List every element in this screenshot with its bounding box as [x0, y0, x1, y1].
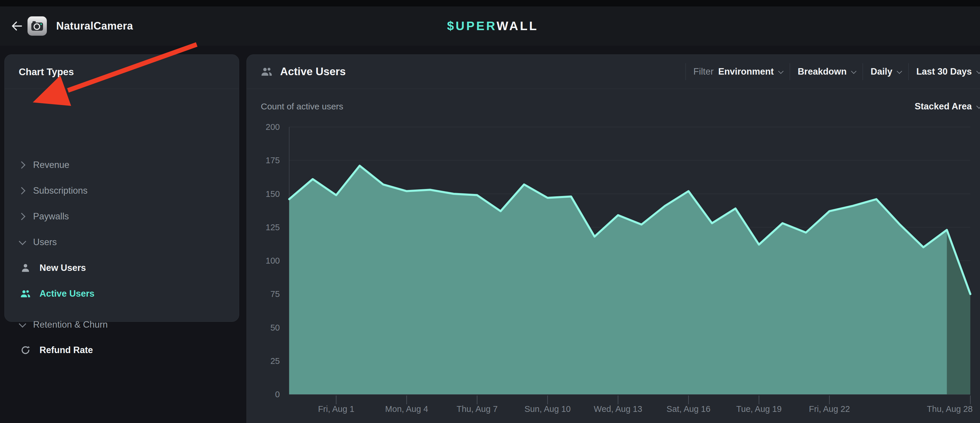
- chevron-down-icon: [19, 320, 26, 327]
- chevron-right-icon: [18, 213, 25, 220]
- chart-type-dropdown[interactable]: Stacked Area: [915, 89, 980, 124]
- filter-label: Filter: [694, 67, 714, 77]
- person-icon: [20, 263, 31, 273]
- active-users-panel: Active Users Filter Environment Breakdow…: [247, 54, 980, 423]
- filter-toolbar: Filter Environment Breakdown Daily La: [678, 55, 980, 89]
- sidebar-group-subscriptions[interactable]: Subscriptions: [5, 178, 239, 204]
- people-icon: [20, 288, 31, 299]
- chevron-right-icon: [18, 187, 25, 194]
- sidebar-group-revenue[interactable]: Revenue: [5, 152, 239, 178]
- chevron-down-icon: [976, 103, 980, 109]
- chart-types-sidebar: Chart Types Revenue Subscriptions Paywal…: [5, 54, 239, 322]
- logo-accent: $UPER: [447, 19, 496, 33]
- group-label: Subscriptions: [33, 185, 88, 196]
- item-label: Refund Rate: [40, 345, 93, 355]
- app-icon-camera: [27, 16, 47, 36]
- chevron-down-icon: [976, 68, 980, 74]
- chevron-down-icon: [897, 68, 902, 74]
- group-label: Users: [33, 237, 57, 247]
- breakdown-value: Breakdown: [798, 67, 846, 77]
- chevron-down-icon: [778, 68, 784, 74]
- toolbar-divider: [686, 63, 686, 80]
- app-root: NaturalCamera $UPERWALL Chart Types Reve…: [0, 0, 980, 423]
- panel-header: Active Users Filter Environment Breakdow…: [247, 55, 980, 89]
- chevron-down-icon: [19, 238, 26, 245]
- back-button[interactable]: [10, 19, 24, 33]
- sidebar-group-users[interactable]: Users: [5, 229, 239, 255]
- chevron-down-icon: [851, 68, 856, 74]
- chart-subtitle: Count of active users: [261, 89, 344, 124]
- sidebar-group-paywalls[interactable]: Paywalls: [5, 204, 239, 229]
- sidebar-item-new-users[interactable]: New Users: [5, 255, 239, 281]
- chevron-right-icon: [18, 161, 25, 168]
- refresh-icon: [20, 345, 31, 355]
- group-label: Retention & Churn: [33, 320, 108, 330]
- page-title: Active Users: [280, 65, 346, 78]
- toolbar-divider: [790, 63, 790, 80]
- environment-dropdown[interactable]: Environment: [718, 67, 782, 77]
- logo-rest: WALL: [497, 19, 539, 33]
- sidebar-title: Chart Types: [19, 67, 74, 78]
- sidebar-item-active-users[interactable]: Active Users: [5, 281, 239, 307]
- breakdown-dropdown[interactable]: Breakdown: [798, 67, 855, 77]
- environment-value: Environment: [718, 67, 774, 77]
- left-arrow-icon: [10, 19, 24, 33]
- window-top-strip: [0, 0, 980, 6]
- toolbar-divider: [908, 63, 908, 80]
- chart-subheader: Count of active users Stacked Area: [247, 89, 980, 124]
- interval-dropdown[interactable]: Daily: [870, 67, 900, 77]
- interval-value: Daily: [870, 67, 892, 77]
- date-range-value: Last 30 Days: [916, 67, 972, 77]
- superwall-logo: $UPERWALL: [447, 19, 538, 33]
- item-label: New Users: [40, 263, 86, 273]
- chart-type-value: Stacked Area: [915, 101, 972, 112]
- group-label: Paywalls: [33, 211, 69, 222]
- group-label: Revenue: [33, 160, 69, 170]
- toolbar-divider: [862, 63, 863, 80]
- top-bar: NaturalCamera $UPERWALL: [0, 6, 980, 46]
- people-icon: [261, 66, 272, 78]
- item-label: Active Users: [40, 288, 95, 299]
- sidebar-group-retention-churn[interactable]: Retention & Churn: [5, 312, 239, 337]
- panel-title-row: Active Users: [261, 55, 346, 89]
- app-title: NaturalCamera: [56, 20, 133, 32]
- sidebar-divider: [5, 89, 239, 89]
- date-range-dropdown[interactable]: Last 30 Days: [916, 67, 980, 77]
- sidebar-item-refund-rate[interactable]: Refund Rate: [5, 337, 239, 363]
